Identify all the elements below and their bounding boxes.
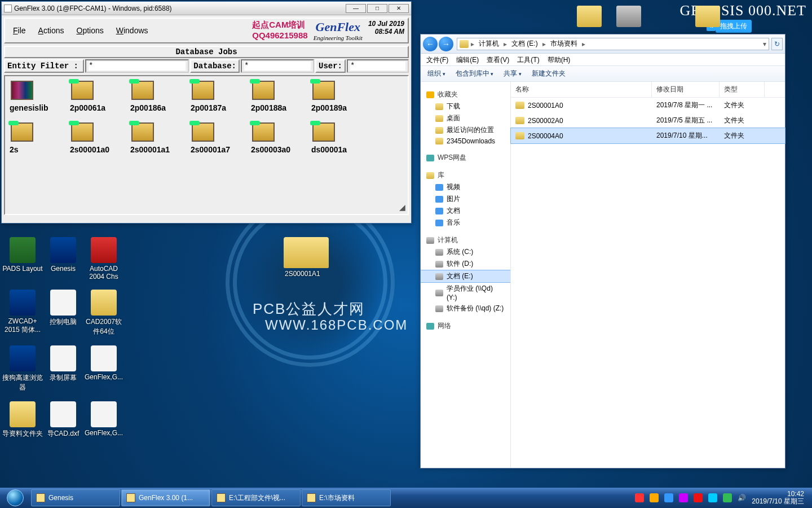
sidebar-item[interactable]: 软件 (D:) <box>421 258 510 270</box>
brand-qd-line2: QQ496215988 <box>252 30 307 40</box>
genflex-titlebar[interactable]: GenFlex 3.00 (1@FPC-CAM1) - Windows, pid… <box>2 2 411 15</box>
job-2s00001a7[interactable]: 2s00001a7 <box>191 122 251 154</box>
job-2p00188a[interactable]: 2p00188a <box>251 81 311 112</box>
tray-icon-7[interactable] <box>723 493 732 502</box>
explorer-window: ← → ▸ 计算机▸ 文档 (E:)▸ 市场资料▸ ▾ ↻ 文件(F)编辑(E)… <box>420 34 785 468</box>
explorer-menu-item[interactable]: 编辑(E) <box>456 55 479 64</box>
back-button[interactable]: ← <box>423 37 438 51</box>
desktop-icon[interactable]: 控制电脑 <box>43 290 83 327</box>
desktop-icon[interactable]: 搜狗高速浏览器 <box>2 345 43 392</box>
menu-file[interactable]: File <box>13 26 26 35</box>
desktop-icon[interactable]: 导资料文件夹 <box>2 401 43 439</box>
database-input[interactable] <box>244 62 311 71</box>
app-icon <box>10 237 36 263</box>
tray-volume-icon[interactable]: 🔊 <box>738 494 746 502</box>
explorer-menu-item[interactable]: 帮助(H) <box>548 55 571 64</box>
folder-icon <box>435 127 443 134</box>
menu-windows[interactable]: Windows <box>116 26 148 35</box>
job-genesislib[interactable]: genesislib <box>10 81 70 112</box>
explorer-tool-item[interactable]: 共享 <box>504 69 522 78</box>
menu-actions[interactable]: Actions <box>38 26 64 35</box>
file-row[interactable]: 2S00004A02019/7/10 星期...文件夹 <box>511 128 785 143</box>
explorer-tool-item[interactable]: 新建文件夹 <box>532 69 566 78</box>
list-header[interactable]: 名称 修改日期 类型 <box>511 82 785 98</box>
sidebar-item[interactable]: 下载 <box>421 100 510 112</box>
explorer-tool-item[interactable]: 组织 <box>427 69 445 78</box>
desktop-icon[interactable]: 录制屏幕 <box>43 345 83 383</box>
tray-icon-5[interactable] <box>694 493 703 502</box>
resize-grip-icon[interactable]: ◢ <box>399 203 405 212</box>
minimize-button[interactable]: — <box>346 4 366 13</box>
job-2p00189a[interactable]: 2p00189a <box>311 81 372 112</box>
desktop-icon[interactable]: CAD2007软件64位 <box>83 290 124 336</box>
desktop-icon[interactable]: Genesis <box>43 237 83 273</box>
file-row[interactable]: 2S00002A02019/7/5 星期五 ...文件夹 <box>511 113 785 128</box>
tray-icon-3[interactable] <box>664 493 673 502</box>
desktop-icon[interactable]: ZWCAD+ 2015 简体... <box>2 290 43 335</box>
tray-icon-6[interactable] <box>708 493 717 502</box>
sidebar-item[interactable]: 学员作业 (\\Qd) (Y:) <box>421 283 510 303</box>
folder-icon <box>515 132 524 139</box>
start-button[interactable] <box>0 488 30 508</box>
explorer-menu-item[interactable]: 文件(F) <box>426 55 448 64</box>
sidebar-item[interactable]: 文档 (E:) <box>421 270 510 283</box>
file-row[interactable]: 2S00001A02019/7/8 星期一 ...文件夹 <box>511 98 785 113</box>
explorer-menubar: 文件(F)编辑(E)查看(V)工具(T)帮助(H) <box>421 54 785 66</box>
star-icon <box>426 91 434 98</box>
sidebar-library-header[interactable]: 库 <box>421 169 510 181</box>
sidebar-item[interactable]: 系统 (C:) <box>421 246 510 258</box>
sidebar-wps[interactable]: WPS网盘 <box>421 152 510 164</box>
desktop-disk-top[interactable] <box>598 6 660 27</box>
taskbar-button[interactable]: Genesis <box>31 489 120 506</box>
sidebar-network[interactable]: 网络 <box>421 320 510 332</box>
job-2s00001a1[interactable]: 2s00001a1 <box>130 122 191 154</box>
address-bar[interactable]: ▸ 计算机▸ 文档 (E:)▸ 市场资料▸ ▾ <box>457 38 769 50</box>
job-2p00187a[interactable]: 2p00187a <box>191 81 251 112</box>
user-input[interactable] <box>350 62 405 71</box>
menu-options[interactable]: Options <box>77 26 104 35</box>
maximize-button[interactable]: □ <box>367 4 387 13</box>
taskbar-clock[interactable]: 10:42 2019/7/10 星期三 <box>752 491 807 505</box>
desktop-icon[interactable]: PADS Layout <box>2 237 43 273</box>
sidebar-favorites-header[interactable]: 收藏夹 <box>421 89 510 100</box>
job-2s00001a0[interactable]: 2s00001a0 <box>70 122 130 154</box>
job-2s00003a0[interactable]: 2s00003a0 <box>251 122 311 154</box>
app-icon <box>91 401 117 427</box>
desktop-icon[interactable]: GenFlex,G... <box>83 401 124 437</box>
job-2s[interactable]: 2s <box>10 122 70 154</box>
entity-filter-input[interactable] <box>89 62 186 71</box>
cloud-icon <box>426 155 434 161</box>
desktop-icon[interactable]: GenFlex,G... <box>83 345 124 381</box>
forward-button[interactable]: → <box>439 37 453 51</box>
tray-icon-4[interactable] <box>679 493 688 502</box>
explorer-menu-item[interactable]: 查看(V) <box>487 55 509 64</box>
sidebar-item[interactable]: 软件备份 (\\qd) (Z:) <box>421 303 510 314</box>
sidebar-item[interactable]: 图片 <box>421 193 510 205</box>
sidebar-item[interactable]: 文档 <box>421 205 510 217</box>
crumb-folder[interactable]: 市场资料 <box>548 39 580 49</box>
close-button[interactable]: ✕ <box>389 4 409 13</box>
job-2p00061a[interactable]: 2p00061a <box>70 81 130 112</box>
job-2p00186a[interactable]: 2p00186a <box>130 81 191 112</box>
crumb-computer[interactable]: 计算机 <box>476 39 501 49</box>
sidebar-item[interactable]: 桌面 <box>421 112 510 124</box>
taskbar-button[interactable]: E:\市场资料 <box>302 489 391 506</box>
crumb-drive[interactable]: 文档 (E:) <box>509 39 540 49</box>
sidebar-item[interactable]: 音乐 <box>421 217 510 229</box>
explorer-tool-item[interactable]: 包含到库中 <box>456 69 494 78</box>
desktop-icon[interactable]: 导CAD.dxf <box>43 401 83 439</box>
desktop-icon[interactable]: AutoCAD 2004 Chs <box>83 237 124 281</box>
desktop-folder-top-2[interactable] <box>677 6 739 27</box>
job-ds00001a[interactable]: ds00001a <box>311 122 372 154</box>
sidebar-item[interactable]: 2345Downloads <box>421 136 510 146</box>
refresh-button[interactable]: ↻ <box>771 38 783 50</box>
tray-icon-1[interactable] <box>635 493 644 502</box>
taskbar-button[interactable]: GenFlex 3.00 (1... <box>121 489 210 506</box>
addr-dropdown-icon[interactable]: ▾ <box>763 40 766 48</box>
sidebar-item[interactable]: 最近访问的位置 <box>421 124 510 136</box>
tray-icon-2[interactable] <box>650 493 659 502</box>
explorer-menu-item[interactable]: 工具(T) <box>517 55 539 64</box>
taskbar-button[interactable]: E:\工程部文件\视... <box>211 489 301 506</box>
sidebar-computer-header[interactable]: 计算机 <box>421 234 510 246</box>
sidebar-item[interactable]: 视频 <box>421 181 510 193</box>
